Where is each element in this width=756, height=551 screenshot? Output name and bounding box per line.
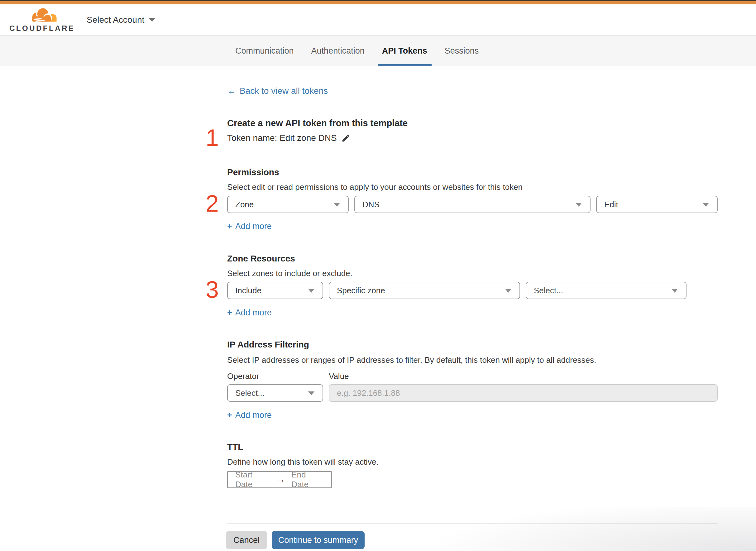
chevron-down-icon xyxy=(308,392,314,395)
ip-filtering-add-more-link[interactable]: + Add more xyxy=(227,411,272,420)
plus-icon: + xyxy=(227,221,232,231)
tabs: Communication Authentication API Tokens … xyxy=(235,36,479,66)
cloudflare-cloud-icon xyxy=(27,6,59,24)
chevron-down-icon xyxy=(334,203,340,207)
select-value: Zone xyxy=(235,200,254,209)
footer-divider xyxy=(227,523,718,524)
permissions-add-more-link[interactable]: + Add more xyxy=(227,221,272,231)
zone-resource-type-select[interactable]: Specific zone xyxy=(329,282,520,299)
tab-label: Sessions xyxy=(445,46,479,56)
tab-label: API Tokens xyxy=(382,46,427,56)
zone-resources-description: Select zones to include or exclude. xyxy=(227,268,352,278)
step-3-annotation: 3 xyxy=(199,278,219,302)
permission-scope-select[interactable]: Zone xyxy=(227,196,349,213)
step-1-annotation: 1 xyxy=(199,126,219,150)
bottom-right-fade xyxy=(363,507,756,551)
operator-label: Operator xyxy=(227,372,259,381)
top-orange-strip xyxy=(0,1,756,4)
chevron-down-icon xyxy=(703,203,709,207)
ip-filtering-description: Select IP addresses or ranges of IP addr… xyxy=(227,355,596,365)
back-arrow-icon: ← xyxy=(227,86,236,96)
account-selector[interactable]: Select Account xyxy=(87,4,155,35)
start-date-placeholder: Start Date xyxy=(235,470,270,489)
permission-access-select[interactable]: Edit xyxy=(596,196,718,213)
chevron-down-icon xyxy=(576,203,582,207)
plus-icon: + xyxy=(227,308,232,318)
add-more-label: Add more xyxy=(235,221,272,231)
tab-communication[interactable]: Communication xyxy=(235,36,294,66)
token-name-text: Token name: Edit zone DNS xyxy=(227,133,337,143)
chevron-down-icon xyxy=(149,18,155,22)
token-name-line: Token name: Edit zone DNS xyxy=(227,133,350,143)
select-value: Edit xyxy=(604,200,618,209)
plus-icon: + xyxy=(227,411,232,420)
right-arrow-icon: → xyxy=(276,475,285,485)
chevron-down-icon xyxy=(672,289,678,293)
value-label: Value xyxy=(329,372,349,381)
back-link-label: Back to view all tokens xyxy=(240,86,328,96)
chevron-down-icon xyxy=(308,289,314,293)
app-header: CLOUDFLARE Select Account xyxy=(0,4,756,35)
select-placeholder: Select... xyxy=(235,388,264,398)
add-more-label: Add more xyxy=(235,308,272,318)
cloudflare-logo[interactable]: CLOUDFLARE xyxy=(9,6,70,33)
chevron-down-icon xyxy=(505,289,511,293)
cloudflare-wordmark: CLOUDFLARE xyxy=(9,24,70,33)
continue-to-summary-button[interactable]: Continue to summary xyxy=(272,531,364,549)
permissions-description: Select edit or read permissions to apply… xyxy=(227,182,523,192)
zone-resources-add-more-link[interactable]: + Add more xyxy=(227,308,272,318)
select-value: Specific zone xyxy=(337,286,385,296)
permissions-heading: Permissions xyxy=(227,167,279,177)
ttl-description: Define how long this token will stay act… xyxy=(227,457,379,467)
account-selector-label: Select Account xyxy=(87,15,144,25)
ip-value-input xyxy=(329,384,718,402)
ip-operator-select[interactable]: Select... xyxy=(227,384,323,402)
select-value: DNS xyxy=(362,200,380,209)
tab-label: Communication xyxy=(235,46,294,56)
end-date-placeholder: End Date xyxy=(291,470,324,489)
select-placeholder: Select... xyxy=(534,286,563,296)
api-token-template-page: CLOUDFLARE Select Account Communication … xyxy=(0,0,756,551)
tab-sessions[interactable]: Sessions xyxy=(445,36,479,66)
select-value: Include xyxy=(235,286,261,296)
ttl-date-range-picker[interactable]: Start Date → End Date xyxy=(227,471,332,488)
ttl-heading: TTL xyxy=(227,442,243,452)
profile-tab-bar: Communication Authentication API Tokens … xyxy=(0,35,756,66)
ip-filtering-heading: IP Address Filtering xyxy=(227,340,309,350)
tab-api-tokens[interactable]: API Tokens xyxy=(382,36,427,66)
page-title: Create a new API token from this templat… xyxy=(227,118,408,128)
add-more-label: Add more xyxy=(235,411,272,420)
zone-resource-mode-select[interactable]: Include xyxy=(227,282,323,299)
back-to-tokens-link[interactable]: ← Back to view all tokens xyxy=(227,86,328,96)
tab-label: Authentication xyxy=(311,46,364,56)
pencil-icon[interactable] xyxy=(341,133,350,143)
cancel-button[interactable]: Cancel xyxy=(226,531,267,549)
permission-service-select[interactable]: DNS xyxy=(354,196,591,213)
zone-resources-heading: Zone Resources xyxy=(227,254,295,263)
step-2-annotation: 2 xyxy=(199,192,219,215)
zone-select[interactable]: Select... xyxy=(526,282,687,299)
tab-authentication[interactable]: Authentication xyxy=(311,36,364,66)
